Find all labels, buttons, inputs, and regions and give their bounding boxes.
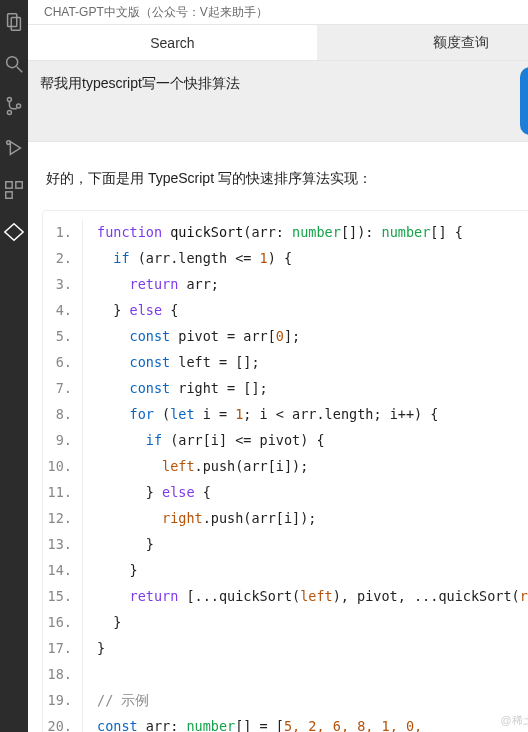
panel-title: CHAT-GPT中文版（公众号：V起来助手） — [28, 0, 528, 24]
source-control-icon[interactable] — [0, 92, 28, 120]
svg-point-2 — [7, 57, 18, 68]
activity-bar — [0, 0, 28, 732]
svg-point-5 — [7, 110, 11, 114]
tab-search[interactable]: Search — [28, 25, 317, 60]
extensions-icon[interactable] — [0, 176, 28, 204]
explorer-icon[interactable] — [0, 8, 28, 36]
svg-rect-11 — [6, 192, 12, 198]
svg-rect-0 — [8, 14, 17, 27]
answer-area: 好的，下面是用 TypeScript 写的快速排序算法实现： ≡ 复制 1.fu… — [28, 142, 528, 732]
svg-point-6 — [17, 104, 21, 108]
svg-marker-7 — [10, 142, 20, 155]
svg-point-8 — [7, 141, 11, 145]
code-lines: 1.function quickSort(arr: number[]): num… — [43, 219, 528, 732]
svg-rect-1 — [11, 17, 20, 30]
tabs: Search 额度查询 — [28, 24, 528, 60]
prompt-text[interactable]: 帮我用typescript写一个快排算法 — [28, 67, 520, 135]
stop-button[interactable]: Stop — [520, 67, 528, 135]
svg-point-4 — [7, 98, 11, 102]
answer-intro: 好的，下面是用 TypeScript 写的快速排序算法实现： — [42, 170, 528, 188]
watermark: @稀土掘金技术社区 — [501, 713, 528, 728]
svg-line-3 — [17, 67, 23, 73]
main-panel: CHAT-GPT中文版（公众号：V起来助手） Search 额度查询 帮我用ty… — [28, 0, 528, 732]
run-debug-icon[interactable] — [0, 134, 28, 162]
code-block: ≡ 复制 1.function quickSort(arr: number[])… — [42, 210, 528, 732]
chat-icon[interactable] — [0, 218, 28, 246]
tab-quota[interactable]: 额度查询 — [317, 25, 528, 60]
svg-marker-12 — [5, 224, 23, 241]
prompt-row: 帮我用typescript写一个快排算法 Stop ▼ — [28, 60, 528, 142]
search-icon[interactable] — [0, 50, 28, 78]
svg-rect-10 — [16, 182, 22, 188]
svg-rect-9 — [6, 182, 12, 188]
